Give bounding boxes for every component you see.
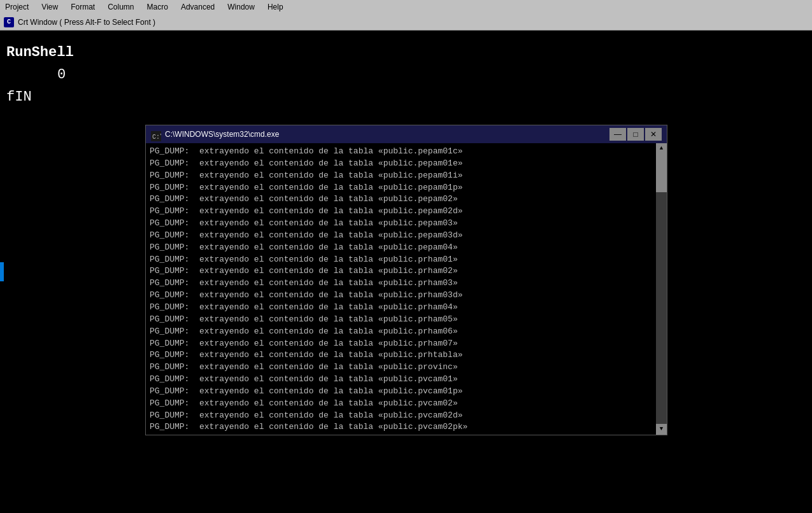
cmd-close-button[interactable]: ✕ [645, 128, 662, 141]
scrollbar-up-arrow[interactable]: ▲ [656, 143, 667, 154]
scrollbar-down-arrow[interactable]: ▼ [656, 424, 667, 435]
runshell-label: RunShell [6, 43, 806, 63]
main-window-title: Crt Window ( Press Alt-F to Select Font … [18, 18, 808, 27]
scrollbar-thumb[interactable] [656, 154, 667, 192]
zero-label: 0 [57, 66, 806, 85]
cmd-window-title: C:\WINDOWS\system32\cmd.exe [165, 129, 609, 140]
menu-item-project[interactable]: Project [3, 3, 31, 11]
cmd-window-icon: C:\ [151, 129, 161, 139]
cmd-text-area: PG_DUMP: extrayendo el contenido de la t… [146, 143, 656, 435]
cmd-window: C:\ C:\WINDOWS\system32\cmd.exe — □ ✕ PG… [145, 125, 667, 435]
scrollbar-track[interactable] [656, 154, 667, 424]
cmd-title-bar: C:\ C:\WINDOWS\system32\cmd.exe — □ ✕ [146, 125, 667, 143]
cmd-title-buttons: — □ ✕ [609, 128, 662, 141]
menu-bar: Project View Format Column Macro Advance… [0, 0, 812, 14]
menu-item-advanced[interactable]: Advanced [178, 3, 217, 11]
menu-item-column[interactable]: Column [105, 3, 136, 11]
main-window-icon: C [4, 17, 14, 27]
cmd-maximize-button[interactable]: □ [627, 128, 644, 141]
cmd-minimize-button[interactable]: — [609, 128, 626, 141]
fin-label: fIN [6, 88, 806, 108]
cmd-content: PG_DUMP: extrayendo el contenido de la t… [146, 143, 667, 435]
menu-item-view[interactable]: View [39, 3, 61, 11]
svg-text:C:\: C:\ [152, 134, 161, 141]
menu-item-window[interactable]: Window [225, 3, 257, 11]
cmd-scrollbar[interactable]: ▲ ▼ [656, 143, 667, 435]
main-title-bar: C Crt Window ( Press Alt-F to Select Fon… [0, 14, 812, 31]
menu-item-macro[interactable]: Macro [145, 3, 171, 11]
main-area: RunShell 0 fIN C:\ C:\WINDOWS\system32\c… [0, 31, 812, 513]
menu-item-format[interactable]: Format [68, 3, 97, 11]
left-indicator [0, 262, 4, 281]
menu-item-help[interactable]: Help [265, 3, 286, 11]
